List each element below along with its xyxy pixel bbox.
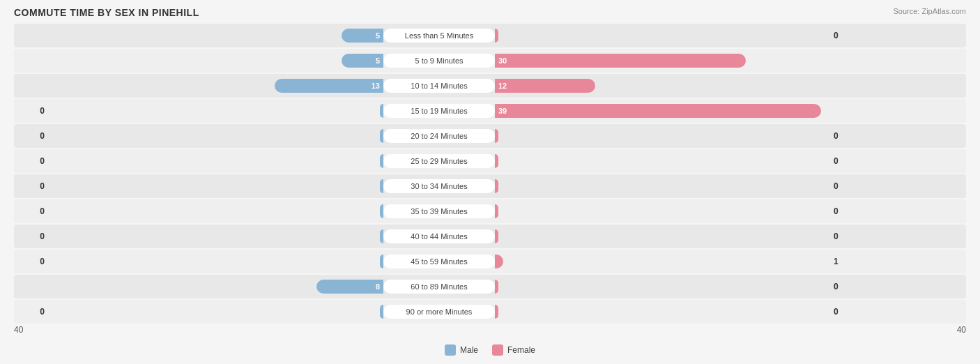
row-inner: 0 90 or more Minutes 0 bbox=[14, 300, 966, 324]
row-label: 45 to 59 Minutes bbox=[383, 255, 495, 268]
row-inner: 0 15 to 19 Minutes 39 bbox=[14, 99, 966, 123]
legend-male-box bbox=[445, 344, 456, 356]
female-bar bbox=[495, 129, 498, 143]
row-inner: 0 40 to 44 Minutes 0 bbox=[14, 225, 966, 248]
female-track bbox=[495, 305, 829, 319]
table-row: 0 20 to 24 Minutes 0 bbox=[14, 124, 966, 148]
male-value-label: 0 bbox=[21, 232, 49, 241]
female-value-label: 0 bbox=[829, 282, 864, 291]
male-value-label: 0 bbox=[21, 181, 49, 191]
male-bar: 5 bbox=[342, 54, 383, 68]
male-value-label: 0 bbox=[21, 206, 49, 216]
male-track bbox=[49, 104, 383, 118]
legend-female-label: Female bbox=[507, 345, 535, 355]
female-value-label: 0 bbox=[829, 181, 864, 191]
male-value-label: 0 bbox=[21, 307, 49, 317]
row-inner: 0 30 to 34 Minutes 0 bbox=[14, 174, 966, 198]
female-bar bbox=[495, 179, 498, 193]
male-bar-value: 5 bbox=[376, 56, 380, 65]
legend-female: Female bbox=[492, 344, 535, 356]
row-inner: 0 35 to 39 Minutes 0 bbox=[14, 199, 966, 223]
female-track bbox=[495, 29, 829, 43]
axis-labels: 40 40 bbox=[14, 325, 966, 338]
table-row: 8 60 to 89 Minutes 0 bbox=[14, 275, 966, 298]
table-row: 5 Less than 5 Minutes 0 bbox=[14, 24, 966, 47]
axis-left: 40 bbox=[14, 325, 23, 335]
male-track bbox=[49, 154, 383, 168]
table-row: 0 45 to 59 Minutes 1 bbox=[14, 250, 966, 273]
table-row: 0 15 to 19 Minutes 39 bbox=[14, 99, 966, 123]
female-track bbox=[495, 154, 829, 168]
chart-title: COMMUTE TIME BY SEX IN PINEHILL bbox=[14, 7, 966, 18]
female-bar-value: 30 bbox=[498, 56, 507, 65]
female-track: 30 bbox=[495, 54, 829, 68]
row-label: 60 to 89 Minutes bbox=[383, 280, 495, 294]
table-row: 0 40 to 44 Minutes 0 bbox=[14, 225, 966, 248]
chart-container: COMMUTE TIME BY SEX IN PINEHILL Source: … bbox=[0, 0, 980, 364]
female-bar: 39 bbox=[495, 104, 821, 118]
row-label: 20 to 24 Minutes bbox=[383, 129, 495, 143]
legend: Male Female bbox=[14, 344, 966, 356]
table-row: 13 10 to 14 Minutes 12 bbox=[14, 74, 966, 98]
table-row: 0 90 or more Minutes 0 bbox=[14, 300, 966, 324]
female-bar bbox=[495, 305, 498, 319]
row-label: 90 or more Minutes bbox=[383, 305, 495, 319]
legend-male-label: Male bbox=[460, 345, 478, 355]
male-bar: 8 bbox=[316, 280, 383, 294]
row-label: Less than 5 Minutes bbox=[383, 29, 495, 43]
female-track bbox=[495, 229, 829, 243]
female-bar bbox=[495, 255, 503, 268]
row-inner: 8 60 to 89 Minutes 0 bbox=[14, 275, 966, 298]
row-label: 40 to 44 Minutes bbox=[383, 229, 495, 243]
male-value-label: 0 bbox=[21, 106, 49, 116]
male-track bbox=[49, 204, 383, 218]
male-track: 5 bbox=[49, 29, 383, 43]
male-value-label: 0 bbox=[21, 257, 49, 266]
male-track bbox=[49, 129, 383, 143]
female-bar: 30 bbox=[495, 54, 746, 68]
male-track bbox=[49, 255, 383, 268]
female-track bbox=[495, 129, 829, 143]
row-inner: 13 10 to 14 Minutes 12 bbox=[14, 74, 966, 98]
female-track bbox=[495, 255, 829, 268]
female-bar: 12 bbox=[495, 79, 595, 93]
female-value-label: 0 bbox=[829, 232, 864, 241]
row-label: 30 to 34 Minutes bbox=[383, 179, 495, 193]
female-bar bbox=[495, 280, 498, 294]
female-bar-value: 12 bbox=[498, 82, 507, 90]
female-track: 12 bbox=[495, 79, 829, 93]
female-track bbox=[495, 179, 829, 193]
female-value-label: 0 bbox=[829, 156, 864, 166]
chart-area: 5 Less than 5 Minutes 0 5 5 to 9 Minutes bbox=[14, 24, 966, 324]
table-row: 5 5 to 9 Minutes 30 bbox=[14, 49, 966, 73]
female-value-label: 1 bbox=[829, 257, 864, 266]
table-row: 0 35 to 39 Minutes 0 bbox=[14, 199, 966, 223]
row-inner: 5 5 to 9 Minutes 30 bbox=[14, 49, 966, 73]
source-text: Source: ZipAtlas.com bbox=[893, 7, 966, 15]
male-bar: 5 bbox=[342, 29, 383, 43]
legend-female-box bbox=[492, 344, 503, 356]
row-label: 15 to 19 Minutes bbox=[383, 104, 495, 118]
male-track bbox=[49, 229, 383, 243]
table-row: 0 25 to 29 Minutes 0 bbox=[14, 149, 966, 173]
row-inner: 0 25 to 29 Minutes 0 bbox=[14, 149, 966, 173]
male-track bbox=[49, 305, 383, 319]
female-value-label: 0 bbox=[829, 31, 864, 40]
male-track: 13 bbox=[49, 79, 383, 93]
female-track bbox=[495, 204, 829, 218]
row-label: 25 to 29 Minutes bbox=[383, 154, 495, 168]
axis-right: 40 bbox=[957, 325, 966, 335]
male-value-label: 0 bbox=[21, 131, 49, 141]
male-value-label: 0 bbox=[21, 156, 49, 166]
row-label: 10 to 14 Minutes bbox=[383, 79, 495, 93]
female-track: 39 bbox=[495, 104, 829, 118]
female-bar bbox=[495, 29, 498, 43]
row-inner: 0 20 to 24 Minutes 0 bbox=[14, 124, 966, 148]
female-value-label: 0 bbox=[829, 206, 864, 216]
male-bar: 13 bbox=[275, 79, 383, 93]
female-bar bbox=[495, 204, 498, 218]
legend-male: Male bbox=[445, 344, 478, 356]
male-bar-value: 8 bbox=[376, 282, 380, 291]
male-bar-value: 5 bbox=[376, 31, 380, 40]
table-row: 0 30 to 34 Minutes 0 bbox=[14, 174, 966, 198]
